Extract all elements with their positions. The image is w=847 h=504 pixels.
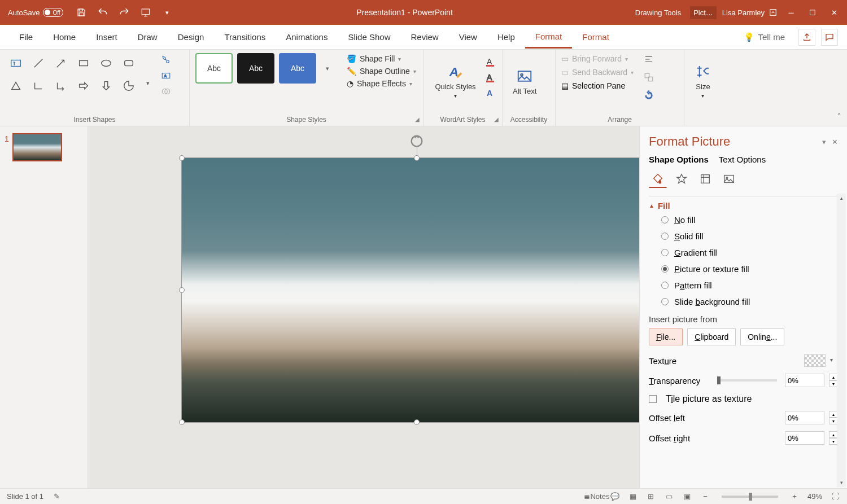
- alt-text-button[interactable]: Alt Text: [508, 53, 541, 109]
- shape-oval-icon[interactable]: [96, 53, 116, 73]
- selection-pane-button[interactable]: ▤Selection Pane: [561, 81, 634, 90]
- spell-check-icon[interactable]: ✎: [51, 492, 62, 502]
- fill-section-toggle[interactable]: ▲Fill: [649, 201, 838, 211]
- resize-handle-s[interactable]: [414, 419, 420, 425]
- rotation-handle-icon[interactable]: [409, 133, 425, 149]
- fill-line-icon[interactable]: [649, 170, 667, 188]
- tab-help[interactable]: Help: [487, 27, 525, 47]
- shape-arrow-line-icon[interactable]: [51, 53, 71, 73]
- shapes-more-icon[interactable]: ▾: [141, 80, 155, 87]
- shape-effects-button[interactable]: ◔Shape Effects▾: [347, 79, 416, 88]
- shape-rounded-rect-icon[interactable]: [119, 53, 139, 73]
- tab-design[interactable]: Design: [168, 27, 215, 47]
- shape-elbow-icon[interactable]: [28, 76, 49, 96]
- text-box-icon[interactable]: A: [159, 69, 173, 82]
- dialog-launcher-icon[interactable]: ◢: [415, 116, 420, 122]
- bring-forward-button[interactable]: ▭Bring Forward▾: [561, 54, 634, 63]
- group-icon[interactable]: [644, 72, 654, 85]
- style-swatch-2[interactable]: Abc: [237, 53, 274, 84]
- tab-insert[interactable]: Insert: [86, 27, 128, 47]
- transparency-input[interactable]: 0%: [785, 374, 824, 387]
- slide-counter[interactable]: Slide 1 of 1: [7, 492, 43, 501]
- radio-slide-bg-fill[interactable]: Slide background fill: [661, 297, 838, 306]
- shape-triangle-icon[interactable]: [6, 76, 26, 96]
- edit-shape-icon[interactable]: [159, 53, 173, 67]
- thumbnail-panel[interactable]: 1: [0, 126, 88, 488]
- undo-icon[interactable]: [97, 7, 108, 18]
- tab-home[interactable]: Home: [43, 27, 86, 47]
- toggle-switch[interactable]: Off: [43, 8, 63, 17]
- effects-panel-icon[interactable]: [673, 170, 691, 188]
- texture-picker[interactable]: [804, 354, 826, 367]
- tab-slideshow[interactable]: Slide Show: [338, 27, 400, 47]
- user-name[interactable]: Lisa Parmley: [722, 8, 765, 17]
- dialog-launcher-icon[interactable]: ◢: [494, 116, 499, 122]
- transparency-slider[interactable]: [717, 379, 778, 382]
- thumbnail-image[interactable]: [12, 133, 62, 161]
- tab-transitions[interactable]: Transitions: [214, 27, 276, 47]
- thumbnail-1[interactable]: 1: [5, 133, 83, 161]
- picture-panel-icon[interactable]: [720, 170, 738, 188]
- tab-file[interactable]: File: [9, 27, 43, 47]
- maximize-icon[interactable]: ☐: [807, 7, 818, 17]
- tab-review[interactable]: Review: [400, 27, 448, 47]
- style-more-icon[interactable]: ▾: [321, 65, 334, 72]
- style-swatch-1[interactable]: Abc: [195, 53, 233, 84]
- text-options-tab[interactable]: Text Options: [719, 155, 766, 164]
- tab-view[interactable]: View: [449, 27, 487, 47]
- tab-format-picture[interactable]: Format: [572, 27, 619, 47]
- save-icon[interactable]: [76, 7, 87, 18]
- offset-right-input[interactable]: 0%: [785, 431, 824, 445]
- shapes-gallery[interactable]: [6, 53, 139, 96]
- reading-view-icon[interactable]: ▭: [664, 492, 674, 502]
- shape-rectangle-icon[interactable]: [73, 53, 94, 73]
- tell-me-search[interactable]: 💡 Tell me: [736, 32, 793, 42]
- radio-no-fill[interactable]: No fill: [661, 215, 838, 225]
- offset-left-input[interactable]: 0%: [785, 411, 824, 424]
- radio-gradient-fill[interactable]: Gradient fill: [661, 248, 838, 257]
- panel-options-icon[interactable]: ▾: [822, 138, 826, 146]
- insert-online-button[interactable]: Online...: [740, 328, 784, 345]
- zoom-in-icon[interactable]: +: [789, 492, 800, 502]
- share-icon[interactable]: [798, 29, 815, 46]
- text-effects-icon[interactable]: A: [484, 87, 496, 99]
- panel-scrollbar[interactable]: ▴ ▾: [837, 194, 846, 487]
- minimize-icon[interactable]: ─: [786, 7, 796, 17]
- align-icon[interactable]: [644, 54, 654, 67]
- scroll-down-icon[interactable]: ▾: [837, 478, 846, 487]
- shape-down-arrow-icon[interactable]: [96, 76, 116, 96]
- resize-handle-w[interactable]: [179, 287, 185, 293]
- close-icon[interactable]: ✕: [829, 7, 839, 17]
- insert-clipboard-button[interactable]: Clipboard: [687, 328, 736, 345]
- slide-1[interactable]: [181, 157, 639, 423]
- radio-pattern-fill[interactable]: Pattern fill: [661, 281, 838, 290]
- comments-status-icon[interactable]: 💬: [610, 492, 620, 502]
- radio-solid-fill[interactable]: Solid fill: [661, 231, 838, 241]
- resize-handle-n[interactable]: [414, 155, 420, 161]
- tab-draw[interactable]: Draw: [128, 27, 168, 47]
- shape-options-tab[interactable]: Shape Options: [649, 155, 709, 164]
- shape-elbow-arrow-icon[interactable]: [51, 76, 71, 96]
- zoom-out-icon[interactable]: −: [700, 492, 710, 502]
- text-outline-icon[interactable]: A: [484, 71, 496, 84]
- qat-more-icon[interactable]: ▾: [161, 7, 173, 18]
- resize-handle-nw[interactable]: [179, 155, 185, 161]
- resize-handle-sw[interactable]: [179, 419, 185, 425]
- normal-view-icon[interactable]: ▦: [628, 492, 638, 502]
- tab-format-drawing[interactable]: Format: [525, 26, 573, 49]
- shape-line-icon[interactable]: [28, 53, 49, 73]
- style-gallery[interactable]: Abc Abc Abc ▾: [195, 53, 334, 84]
- shape-fill-button[interactable]: 🪣Shape Fill▾: [347, 54, 416, 63]
- radio-picture-fill[interactable]: Picture or texture fill: [661, 264, 838, 274]
- insert-file-button[interactable]: File...: [649, 328, 683, 345]
- style-swatch-3[interactable]: Abc: [279, 53, 316, 84]
- scroll-up-icon[interactable]: ▴: [837, 194, 846, 203]
- zoom-slider[interactable]: [722, 496, 778, 498]
- quick-styles-button[interactable]: A Quick Styles ▾: [429, 53, 482, 109]
- shape-textbox-icon[interactable]: [6, 53, 26, 73]
- zoom-level[interactable]: 49%: [807, 492, 822, 501]
- slide-canvas[interactable]: [88, 126, 639, 488]
- ribbon-display-icon[interactable]: [768, 7, 778, 17]
- size-properties-icon[interactable]: [696, 170, 714, 188]
- slide-sorter-icon[interactable]: ⊞: [646, 492, 656, 502]
